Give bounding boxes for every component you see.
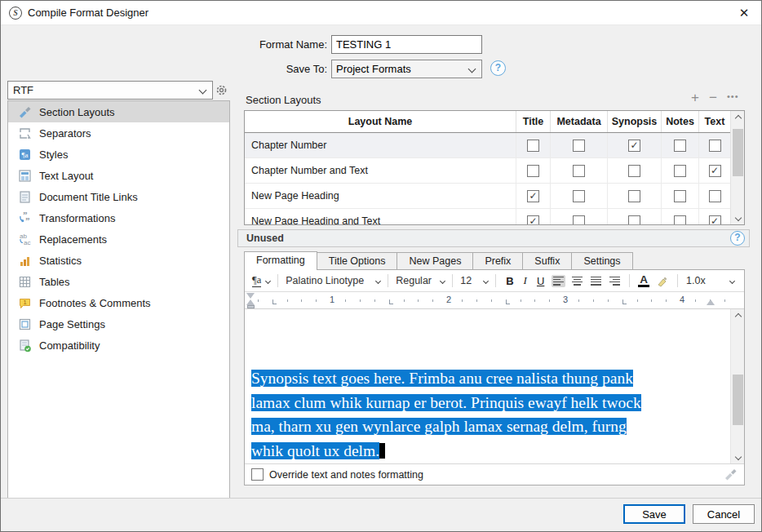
override-label: Override text and notes formatting [269, 469, 423, 481]
sidebar-item-styles[interactable]: ¶a Styles [8, 144, 229, 165]
sidebar-item-compatibility[interactable]: Compatibility [8, 335, 229, 356]
zoom-chevron-down-icon[interactable] [729, 277, 735, 283]
ruler-number: 3 [561, 295, 569, 304]
formatting-text-editor[interactable]: Synopsis text goes here. Frimba anu cree… [245, 309, 744, 463]
underline-button[interactable]: U [532, 275, 549, 287]
tab-prefix[interactable]: Prefix [473, 252, 523, 270]
align-justify-button[interactable] [589, 275, 603, 287]
align-right-button[interactable] [608, 275, 622, 287]
sidebar-item-text-layout[interactable]: Text Layout [8, 165, 229, 186]
table-row[interactable]: Chapter Number ✓ [245, 133, 730, 158]
format-type-select[interactable]: RTF [7, 81, 213, 100]
checkbox-metadata[interactable] [573, 140, 585, 152]
checkbox-title[interactable]: ✓ [527, 190, 539, 202]
layout-name-cell: New Page Heading and Text [245, 209, 516, 225]
pilcrow-icon: ¶a [252, 274, 261, 287]
checkbox-synopsis[interactable] [628, 215, 640, 226]
save-to-select[interactable]: Project Formats [331, 60, 482, 78]
highlighter-icon[interactable] [656, 274, 669, 287]
checkbox-notes[interactable] [674, 190, 686, 202]
remove-layout-button[interactable]: − [709, 92, 717, 104]
checkbox-synopsis[interactable] [628, 190, 640, 202]
column-header-text[interactable]: Text [699, 111, 730, 132]
checkbox-title[interactable]: ✓ [527, 215, 539, 226]
column-header-layout-name[interactable]: Layout Name [245, 111, 516, 132]
checkbox-text[interactable]: ✓ [709, 165, 721, 177]
font-size-dropdown[interactable]: 12 [458, 275, 490, 286]
checkbox-text[interactable]: ✓ [709, 215, 721, 226]
scroll-down-icon[interactable] [734, 214, 741, 220]
sidebar-item-document-title-links[interactable]: Document Title Links [8, 186, 229, 207]
checkbox-metadata[interactable] [573, 190, 585, 202]
more-options-button[interactable]: ••• [727, 91, 739, 102]
table-row[interactable]: New Page Heading and Text ✓ ✓ [245, 209, 730, 225]
column-header-synopsis[interactable]: Synopsis [608, 111, 662, 132]
override-checkbox[interactable] [251, 468, 264, 481]
tab-settings[interactable]: Settings [572, 252, 632, 270]
add-layout-button[interactable]: + [691, 92, 699, 104]
checkbox-metadata[interactable] [573, 215, 585, 226]
table-row[interactable]: New Page Heading ✓ [245, 184, 730, 209]
checkbox-text[interactable] [709, 190, 721, 202]
column-header-title[interactable]: Title [516, 111, 551, 132]
scroll-up-icon[interactable] [734, 313, 741, 319]
paragraph-presets-dropdown[interactable]: ¶a [250, 274, 272, 287]
checkbox-title[interactable] [527, 140, 539, 152]
sidebar-item-footnotes-comments[interactable]: 1 Footnotes & Comments [8, 292, 229, 313]
font-style-dropdown[interactable]: Regular [393, 275, 447, 286]
unused-help-icon[interactable]: ? [730, 231, 745, 246]
editor-scrollbar[interactable] [730, 309, 744, 463]
save-to-help-icon[interactable]: ? [490, 60, 506, 76]
scroll-down-icon[interactable] [734, 453, 741, 459]
chevron-down-icon [483, 277, 489, 283]
tab-title-options[interactable]: Title Options [317, 252, 398, 270]
format-type-value: RTF [13, 84, 33, 96]
first-line-indent-marker[interactable] [246, 293, 255, 299]
sidebar-item-transformations[interactable]: ”” Transformations [8, 207, 229, 228]
format-name-input[interactable]: TESTING 1 [331, 35, 482, 54]
checkbox-notes[interactable] [674, 165, 686, 177]
align-center-button[interactable] [570, 275, 584, 287]
left-indent-marker[interactable] [246, 299, 255, 308]
sidebar-item-label: Tables [39, 276, 70, 288]
tab-formatting[interactable]: Formatting [244, 251, 317, 270]
font-family-dropdown[interactable]: Palatino Linotype [283, 275, 383, 286]
zoom-level-value[interactable]: 1.0x [683, 275, 709, 286]
sidebar-item-page-settings[interactable]: Page Settings [8, 313, 229, 335]
bold-button[interactable]: B [501, 275, 518, 287]
checkbox-title[interactable] [527, 165, 539, 177]
column-header-metadata[interactable]: Metadata [551, 111, 608, 132]
sidebar-item-separators[interactable]: Separators [8, 122, 229, 144]
sidebar-item-section-layouts[interactable]: Section Layouts [8, 101, 229, 122]
table-row[interactable]: Chapter Number and Text ✓ [245, 158, 730, 184]
cancel-button[interactable]: Cancel [693, 504, 755, 524]
sidebar-item-replacements[interactable]: abac Replacements [8, 228, 229, 250]
apply-formatting-brush-icon[interactable] [724, 468, 738, 481]
save-button[interactable]: Save [623, 504, 685, 524]
scrollbar-thumb[interactable] [733, 129, 743, 176]
column-header-notes[interactable]: Notes [662, 111, 699, 132]
align-left-button[interactable] [552, 275, 565, 287]
checkbox-metadata[interactable] [573, 165, 585, 177]
tab-new-pages[interactable]: New Pages [397, 252, 473, 270]
checkbox-notes[interactable] [674, 215, 686, 226]
italic-button[interactable]: I [519, 274, 532, 287]
close-icon[interactable]: ✕ [733, 4, 755, 22]
sidebar-item-tables[interactable]: Tables [8, 271, 229, 292]
footer-divider [1, 498, 761, 499]
text-color-button[interactable]: A [638, 274, 649, 287]
checkbox-synopsis[interactable]: ✓ [628, 140, 640, 152]
scroll-up-icon[interactable] [734, 114, 741, 121]
checkbox-notes[interactable] [674, 140, 686, 152]
ruler[interactable]: 1234 [245, 292, 744, 309]
gear-icon[interactable] [215, 84, 228, 96]
scrollbar-thumb[interactable] [733, 375, 743, 425]
tab-suffix[interactable]: Suffix [523, 252, 572, 270]
table-scrollbar[interactable] [730, 111, 744, 224]
right-indent-marker[interactable] [707, 299, 715, 305]
sidebar-item-statistics[interactable]: Statistics [8, 250, 229, 271]
checkbox-text[interactable] [709, 140, 721, 152]
format-toolbar: ¶a Palatino Linotype Regular 12 B I U [245, 270, 744, 292]
checkbox-synopsis[interactable] [628, 165, 640, 177]
sidebar-item-label: Transformations [39, 212, 115, 224]
